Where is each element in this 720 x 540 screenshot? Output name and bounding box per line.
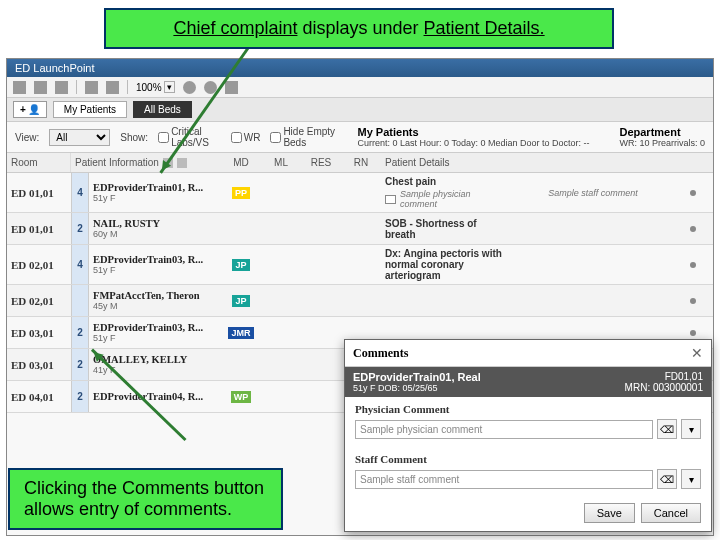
- patient-name: NAIL, RUSTY: [93, 218, 217, 229]
- add-patient-button[interactable]: + 👤: [13, 101, 47, 118]
- status-dot-icon: [690, 298, 696, 304]
- popup-patient-demo: 51y F DOB: 05/25/65: [353, 383, 481, 393]
- dropdown-button[interactable]: ▾: [681, 419, 701, 439]
- col-md[interactable]: MD: [221, 153, 261, 172]
- tab-all-beds[interactable]: All Beds: [133, 101, 192, 118]
- res-cell: [301, 213, 341, 244]
- row-actions[interactable]: [673, 285, 713, 316]
- patient-info-cell: EDProviderTrain03, R... 51y F: [89, 317, 221, 348]
- chief-complaint: Chest pain: [385, 176, 509, 187]
- view-select[interactable]: All: [49, 129, 110, 146]
- zoom-control[interactable]: 100% ▾: [136, 81, 175, 93]
- patient-name: OMALLEY, KELLY: [93, 354, 217, 365]
- md-cell[interactable]: WP: [221, 381, 261, 412]
- popup-patient-name: EDProviderTrain01, Real: [353, 371, 481, 383]
- md-cell[interactable]: JMR: [221, 317, 261, 348]
- erase-button[interactable]: ⌫: [657, 419, 677, 439]
- plus-icon: +: [20, 104, 26, 115]
- col-room[interactable]: Room: [7, 153, 71, 172]
- annotation-text: Chief complaint: [173, 18, 297, 38]
- acuity-cell: 2: [71, 381, 89, 412]
- physician-comment-input[interactable]: [355, 420, 653, 439]
- room-cell: ED 02,01: [7, 285, 71, 316]
- md-cell[interactable]: JP: [221, 285, 261, 316]
- stats-heading: Department: [619, 126, 705, 138]
- room-cell: ED 04,01: [7, 381, 71, 412]
- rn-cell: [341, 285, 381, 316]
- dropdown-button[interactable]: ▾: [681, 469, 701, 489]
- toolbar-icon[interactable]: [55, 81, 68, 94]
- popup-patient-room: FD01,01: [625, 371, 703, 382]
- stats-value: WR: 10 Prearrivals: 0: [619, 138, 705, 148]
- annotation-top: Chief complaint displays under Patient D…: [104, 8, 614, 49]
- cancel-button[interactable]: Cancel: [641, 503, 701, 523]
- stats-value: Current: 0 Last Hour: 0 Today: 0 Median …: [358, 138, 590, 148]
- column-header-row: Room Patient Information MD ML RES RN Pa…: [7, 153, 713, 173]
- save-button[interactable]: Save: [584, 503, 635, 523]
- toolbar-icon[interactable]: [13, 81, 26, 94]
- patient-demo: 60y M: [93, 229, 217, 239]
- popup-patient-banner: EDProviderTrain01, Real 51y F DOB: 05/25…: [345, 367, 711, 397]
- sort-icon[interactable]: [177, 158, 187, 168]
- staff-comment-input[interactable]: [355, 470, 653, 489]
- toolbar-icon[interactable]: [225, 81, 238, 94]
- room-cell: ED 03,01: [7, 349, 71, 380]
- chk-wr[interactable]: WR: [231, 132, 261, 143]
- res-cell: [301, 317, 341, 348]
- erase-button[interactable]: ⌫: [657, 469, 677, 489]
- room-cell: ED 01,01: [7, 213, 71, 244]
- status-dot-icon: [690, 190, 696, 196]
- patient-details-cell: Dx: Angina pectoris with normal coronary…: [381, 245, 513, 284]
- chief-complaint: SOB - Shortness of breath: [385, 218, 509, 240]
- room-cell: ED 03,01: [7, 317, 71, 348]
- provider-badge: JP: [232, 295, 249, 307]
- table-row[interactable]: ED 02,01 4 EDProviderTrain03, R... 51y F…: [7, 245, 713, 285]
- row-actions[interactable]: [673, 245, 713, 284]
- col-patient-details[interactable]: Patient Details: [381, 153, 713, 172]
- toolbar-icon[interactable]: [106, 81, 119, 94]
- toolbar-icon[interactable]: [183, 81, 196, 94]
- table-row[interactable]: ED 01,01 4 EDProviderTrain01, R... 51y F…: [7, 173, 713, 213]
- separator: [76, 80, 77, 94]
- room-cell: ED 01,01: [7, 173, 71, 212]
- col-ml[interactable]: ML: [261, 153, 301, 172]
- row-actions[interactable]: [673, 213, 713, 244]
- stats-department: Department WR: 10 Prearrivals: 0: [619, 126, 705, 148]
- md-cell[interactable]: PP: [221, 173, 261, 212]
- show-label: Show:: [120, 132, 148, 143]
- status-dot-icon: [690, 330, 696, 336]
- rn-cell: [341, 245, 381, 284]
- md-cell[interactable]: [221, 349, 261, 380]
- provider-badge: JP: [232, 259, 249, 271]
- comment-indicator[interactable]: Sample physician comment: [385, 189, 509, 209]
- view-label: View:: [15, 132, 39, 143]
- provider-badge: WP: [231, 391, 252, 403]
- section-physician-comment: Physician Comment: [345, 397, 711, 417]
- col-res[interactable]: RES: [301, 153, 341, 172]
- chk-hide-empty[interactable]: Hide Empty Beds: [270, 126, 337, 148]
- col-patient-info[interactable]: Patient Information: [71, 153, 221, 172]
- patient-info-cell: EDProviderTrain01, R... 51y F: [89, 173, 221, 212]
- table-row[interactable]: ED 01,01 2 NAIL, RUSTY 60y M SOB - Short…: [7, 213, 713, 245]
- section-staff-comment: Staff Comment: [345, 447, 711, 467]
- patient-name: EDProviderTrain03, R...: [93, 322, 217, 333]
- row-actions[interactable]: [673, 173, 713, 212]
- res-cell: [301, 173, 341, 212]
- stats-my-patients: My Patients Current: 0 Last Hour: 0 Toda…: [358, 126, 590, 148]
- md-cell[interactable]: JP: [221, 245, 261, 284]
- col-rn[interactable]: RN: [341, 153, 381, 172]
- patient-demo: 51y F: [93, 193, 217, 203]
- status-dot-icon: [690, 262, 696, 268]
- filter-bar: View: All Show: Critical Labs/VS WR Hide…: [7, 122, 713, 153]
- staff-comment-cell: Sample staff comment: [513, 173, 673, 212]
- toolbar-icon[interactable]: [34, 81, 47, 94]
- patient-name: EDProviderTrain04, R...: [93, 391, 217, 402]
- md-cell[interactable]: [221, 213, 261, 244]
- close-icon[interactable]: ✕: [691, 345, 703, 361]
- refresh-icon[interactable]: [85, 81, 98, 94]
- patient-demo: 51y F: [93, 265, 217, 275]
- separator: [127, 80, 128, 94]
- chevron-down-icon[interactable]: ▾: [164, 81, 175, 93]
- table-row[interactable]: ED 02,01 FMPatAcctTen, Theron 45y M JP: [7, 285, 713, 317]
- tab-my-patients[interactable]: My Patients: [53, 101, 127, 118]
